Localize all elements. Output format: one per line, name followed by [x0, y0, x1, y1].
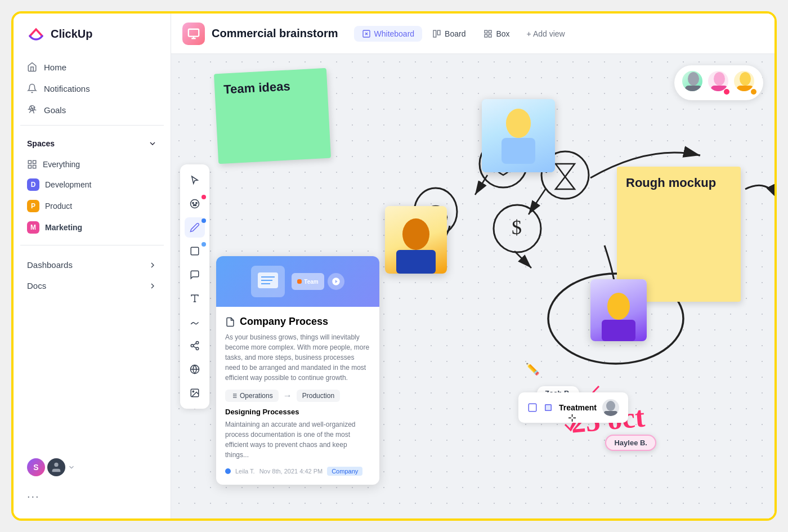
svg-point-55 — [740, 72, 751, 86]
tab-whiteboard[interactable]: Whiteboard — [354, 26, 423, 42]
logo[interactable]: ClickUp — [14, 25, 171, 56]
svg-point-22 — [196, 341, 199, 344]
marketing-badge: M — [27, 221, 39, 234]
svg-rect-6 — [189, 29, 199, 36]
tab-box[interactable]: Box — [476, 26, 517, 42]
move-cursor-icon: ⊹ — [568, 412, 576, 424]
doc-tag-operations: Operations — [225, 390, 279, 402]
svg-rect-50 — [602, 320, 635, 341]
company-badge: Company — [327, 467, 362, 476]
person-photo-1 — [482, 99, 555, 172]
author-dot — [225, 468, 231, 474]
whiteboard-toolbar — [180, 164, 209, 409]
tab-board[interactable]: Board — [424, 26, 473, 42]
doc-tag-production: Production — [297, 390, 340, 402]
doc-tags: Operations → Production — [225, 390, 370, 402]
sticky-note-team-ideas[interactable]: Team ideas — [214, 68, 331, 164]
development-badge: D — [27, 178, 39, 191]
tool-globe[interactable] — [185, 359, 205, 379]
sidebar-item-development[interactable]: D Development — [20, 174, 164, 195]
svg-rect-45 — [502, 138, 535, 164]
sidebar-navigation: Home Notifications Goals — [14, 56, 171, 120]
sidebar-item-goals[interactable]: Goals — [20, 99, 164, 120]
add-view-button[interactable]: + Add view — [520, 26, 572, 42]
sidebar-item-product[interactable]: P Product — [20, 195, 164, 217]
doc-card-header: Team — [216, 256, 379, 307]
tool-pencil[interactable] — [185, 217, 205, 238]
doc-card-company-process[interactable]: Team Company Process As your business g — [216, 256, 379, 485]
doc-footer: Leila T. Nov 8th, 2021 4:42 PM Company — [225, 467, 370, 476]
spaces-list: Everything D Development P Product M Mar… — [14, 153, 171, 240]
goals-label: Goals — [44, 105, 66, 115]
sidebar-footer[interactable]: S — [14, 449, 171, 485]
tool-square[interactable] — [185, 241, 205, 261]
svg-rect-1 — [28, 160, 31, 163]
sidebar-item-dashboards[interactable]: Dashboards — [20, 254, 164, 275]
svg-point-16 — [196, 202, 197, 203]
collaborator-avatar-1 — [681, 70, 704, 92]
sidebar-item-marketing[interactable]: M Marketing — [20, 217, 164, 238]
svg-rect-19 — [191, 247, 199, 255]
sidebar: ClickUp Home Notifications Goals Spaces — [14, 14, 171, 518]
tool-share[interactable] — [185, 336, 205, 356]
dashboards-docs-section: Dashboards Docs — [14, 250, 171, 301]
notifications-label: Notifications — [44, 84, 90, 93]
svg-point-14 — [191, 199, 199, 208]
tool-cursor[interactable] — [185, 170, 205, 190]
svg-rect-13 — [489, 34, 492, 37]
task-avatar — [602, 399, 619, 416]
page-title: Commercial brainstorm — [212, 27, 338, 40]
topbar: Commercial brainstorm Whiteboard Board B… — [171, 14, 774, 54]
svg-point-30 — [192, 391, 194, 392]
svg-rect-11 — [489, 30, 492, 33]
pencil-cursor-icon: ✏️ — [526, 363, 540, 376]
tool-note[interactable] — [185, 265, 205, 285]
spaces-section-header: Spaces — [14, 130, 171, 153]
logo-text: ClickUp — [51, 28, 92, 41]
tool-palette[interactable] — [185, 194, 205, 214]
product-label: Product — [45, 202, 72, 211]
development-label: Development — [45, 180, 92, 189]
sidebar-item-everything[interactable]: Everything — [20, 155, 164, 174]
svg-text:$: $ — [512, 216, 522, 239]
doc-section-desc: Maintaining an accurate and well-organiz… — [225, 419, 370, 460]
doc-card-body: Company Process As your business grows, … — [216, 307, 379, 485]
rough-mockup-text: Rough mockup — [626, 176, 732, 190]
sidebar-item-docs[interactable]: Docs — [20, 275, 164, 296]
whiteboard-canvas[interactable]: $ — [171, 54, 774, 518]
product-badge: P — [27, 200, 39, 212]
svg-rect-68 — [545, 405, 552, 411]
everything-label: Everything — [43, 160, 80, 169]
user-badge-haylee: Haylee B. — [605, 435, 656, 451]
sidebar-item-home[interactable]: Home — [20, 56, 164, 78]
sticky-note-text: Team ideas — [223, 78, 319, 97]
sidebar-item-notifications[interactable]: Notifications — [20, 78, 164, 99]
svg-point-5 — [54, 463, 58, 467]
svg-rect-9 — [437, 30, 440, 35]
view-tabs: Whiteboard Board Box + Add view — [354, 26, 572, 42]
svg-point-49 — [607, 293, 630, 320]
tool-signature[interactable] — [185, 312, 205, 332]
svg-rect-4 — [33, 166, 36, 168]
main-content: Commercial brainstorm Whiteboard Board B… — [171, 14, 774, 518]
tool-image[interactable] — [185, 383, 205, 403]
svg-point-17 — [193, 204, 194, 205]
task-label: Treatment — [559, 403, 597, 412]
more-button[interactable]: ··· — [14, 485, 171, 507]
home-label: Home — [44, 62, 66, 72]
svg-rect-12 — [485, 34, 487, 37]
svg-rect-8 — [433, 30, 436, 37]
person-photo-3 — [590, 279, 647, 341]
svg-point-18 — [195, 204, 196, 205]
spaces-toggle[interactable]: Spaces — [27, 139, 157, 148]
svg-point-36 — [494, 205, 541, 252]
tool-text[interactable] — [185, 288, 205, 309]
svg-point-47 — [402, 218, 429, 250]
svg-point-23 — [191, 344, 194, 347]
svg-point-53 — [714, 72, 725, 86]
svg-rect-48 — [396, 250, 436, 274]
doc-description: As your business grows, things will inev… — [225, 332, 370, 383]
marketing-label: Marketing — [45, 223, 82, 232]
doc-title: Company Process — [225, 316, 370, 328]
box-tab-label: Box — [496, 29, 509, 38]
